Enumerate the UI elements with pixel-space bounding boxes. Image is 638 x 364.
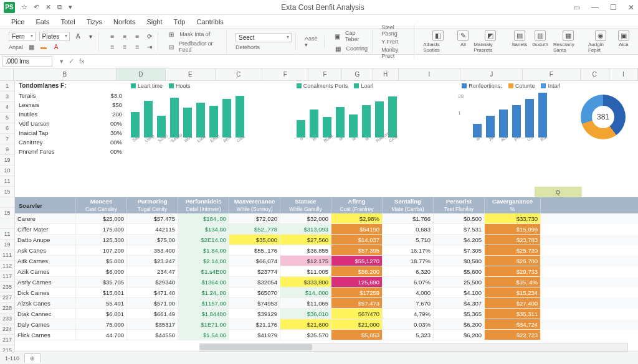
table-cell[interactable]: Daly Cames — [15, 319, 76, 330]
table-cell[interactable]: $55,1270 — [331, 256, 383, 266]
table-cell[interactable]: Dick Caınes — [15, 287, 76, 298]
col-header-E[interactable]: E — [166, 68, 215, 80]
row-header[interactable]: 227 — [0, 292, 14, 303]
row-header[interactable]: 15 — [0, 187, 14, 197]
table-row[interactable]: Alzsk Canes55.401$571.00$1157,00$74953$1… — [15, 298, 638, 309]
table-cell[interactable]: $21,000 — [331, 319, 383, 330]
param-row[interactable]: Inutiles200 — [19, 110, 122, 119]
table-header[interactable]: PerfonnidelsDatal (Intmver) — [178, 197, 229, 213]
maximize-icon[interactable]: ☐ — [610, 3, 617, 12]
align-bot-icon[interactable]: ≡ — [133, 32, 141, 40]
table-cell[interactable]: 44.700 — [76, 330, 127, 340]
menu-totel[interactable]: Totel — [60, 18, 75, 26]
table-cell[interactable]: $2,98% — [331, 213, 383, 224]
row-header[interactable]: 117 — [0, 271, 14, 282]
row-header[interactable]: 224 — [0, 324, 14, 335]
param-row[interactable]: Inaicial Tap30% — [19, 128, 122, 138]
table-cell[interactable]: $32054 — [229, 277, 280, 287]
table-cell[interactable]: 234:47 — [127, 266, 178, 277]
menu-tizys[interactable]: Tizys — [87, 18, 102, 26]
row-header[interactable]: 5 — [0, 113, 14, 123]
ribbon-big-atbasts[interactable]: ◧Atbasts Sootles — [423, 30, 452, 53]
table-row[interactable]: Daly Cames75.000$35317$1E71.00$21.176$21… — [15, 319, 638, 330]
table-cell[interactable]: Datto Anupe — [15, 235, 76, 245]
align-top-icon[interactable]: ≡ — [108, 32, 117, 40]
table-cell[interactable]: $2.14,00 — [178, 256, 229, 266]
table-cell[interactable]: $75,00 — [127, 235, 178, 245]
fx-cancel-icon[interactable]: ▾ — [60, 57, 64, 65]
qat-undo-icon[interactable]: ↶ — [34, 3, 39, 11]
table-cell[interactable]: $14.037 — [331, 235, 383, 245]
table-cell[interactable]: $1.24,.00 — [178, 287, 229, 298]
table-cell[interactable]: $571.00 — [127, 298, 178, 309]
table-cell[interactable]: $57.395 — [331, 245, 383, 256]
col-header-F[interactable]: F — [308, 68, 342, 80]
q-cell[interactable]: Q — [535, 187, 582, 197]
table-cell[interactable]: Flick Carnes — [15, 330, 76, 340]
close-icon[interactable]: ✕ — [628, 3, 634, 12]
table-cell[interactable]: $35,311 — [485, 309, 541, 319]
row-header[interactable]: 11 — [0, 176, 14, 187]
table-cell[interactable]: $57.475 — [127, 213, 178, 224]
table-cell[interactable]: 175,000 — [76, 224, 127, 235]
table-cell[interactable]: $25,000 — [76, 213, 127, 224]
align-mid-icon[interactable]: ≡ — [120, 32, 129, 40]
table-cell[interactable]: $44550 — [127, 330, 178, 340]
table-cell[interactable]: $7.305 — [434, 245, 485, 256]
table-cell[interactable]: $17259 — [331, 287, 383, 298]
qat-copy-icon[interactable]: ⧉ — [57, 3, 62, 11]
row-header[interactable] — [0, 218, 14, 229]
table-cell[interactable]: $6,200 — [434, 319, 485, 330]
minimize-icon[interactable]: — — [591, 3, 599, 12]
table-cell[interactable]: 125,300 — [76, 235, 127, 245]
table-header[interactable]: AfirngCost (Franirey — [331, 197, 383, 213]
table-cell[interactable]: $54190 — [331, 224, 383, 235]
table-cell[interactable]: $6,200 — [434, 330, 485, 340]
row-header[interactable]: 112 — [0, 261, 14, 271]
table-cell[interactable]: $52,.778 — [229, 224, 280, 235]
ribbon-toggle-icon[interactable]: ▭ — [573, 3, 580, 12]
table-cell[interactable]: $14,.000 — [280, 287, 331, 298]
row-header[interactable]: 228 — [0, 303, 14, 314]
table-cell[interactable]: $66,074 — [229, 256, 280, 266]
param-row[interactable]: Vetf Uarson00% — [19, 119, 122, 128]
param-row[interactable]: Teraiis$3.0 — [19, 91, 122, 100]
table-cell[interactable]: $36,010 — [280, 309, 331, 319]
qat-close-icon[interactable]: ✕ — [45, 3, 51, 11]
col-header-D[interactable]: D — [117, 68, 166, 80]
row-header[interactable]: 19 — [0, 155, 14, 166]
fill-icon[interactable]: ▬ — [39, 43, 48, 52]
table-cell[interactable]: 442115 — [127, 224, 178, 235]
table-cell[interactable]: $1.84400 — [178, 309, 229, 319]
table-cell[interactable]: $1.766 — [383, 213, 434, 224]
col-header-C[interactable]: C — [581, 68, 609, 80]
table-cell[interactable]: 107,200 — [76, 245, 127, 256]
table-cell[interactable]: $184,.00 — [178, 213, 229, 224]
table-fmt-icon[interactable]: ▦ — [333, 44, 342, 53]
table-cell[interactable]: $6,001 — [76, 309, 127, 319]
table-cell[interactable]: $35317 — [127, 319, 178, 330]
table-cell[interactable]: $333,800 — [280, 277, 331, 287]
table-cell[interactable]: $5,365 — [434, 309, 485, 319]
table-cell[interactable]: 75.000 — [76, 319, 127, 330]
table-cell[interactable]: $0,580 — [434, 256, 485, 266]
table-cell[interactable]: $21,600 — [280, 319, 331, 330]
table-header[interactable]: SentalingMate (Canba) — [383, 197, 434, 213]
number-format-select[interactable]: Seect — [236, 33, 292, 42]
table-row[interactable]: Diak Cannec$6,001$661.49$1.84400$39129$3… — [15, 309, 638, 319]
table-row[interactable]: Datto Anupe125,300$75,00$2E14.00$35,000$… — [15, 235, 638, 245]
wrap-icon[interactable]: ⊞ — [167, 30, 176, 39]
row-header[interactable]: 1 — [0, 81, 14, 91]
table-cell[interactable]: $5,600 — [434, 266, 485, 277]
table-cell[interactable]: Ciffer Mater — [15, 224, 76, 235]
ribbon-big-audgin[interactable]: ◉Audgin Fepkt — [588, 30, 613, 53]
table-row[interactable]: Ask Canes107,200353.400$1.84,00$55,.176$… — [15, 245, 638, 256]
row-header[interactable]: 15 — [0, 208, 14, 218]
table-row[interactable]: Aitk Carnes$5.000$23.247$2.14,00$66,074$… — [15, 256, 638, 266]
table-cell[interactable]: $36.855 — [280, 245, 331, 256]
row-header[interactable]: 4 — [0, 102, 14, 113]
table-cell[interactable]: $11,065 — [280, 298, 331, 309]
merge-icon[interactable]: ⊟ — [167, 42, 175, 51]
table-cell[interactable]: $25.720 — [485, 245, 541, 256]
row-header[interactable]: 19 — [0, 240, 14, 250]
